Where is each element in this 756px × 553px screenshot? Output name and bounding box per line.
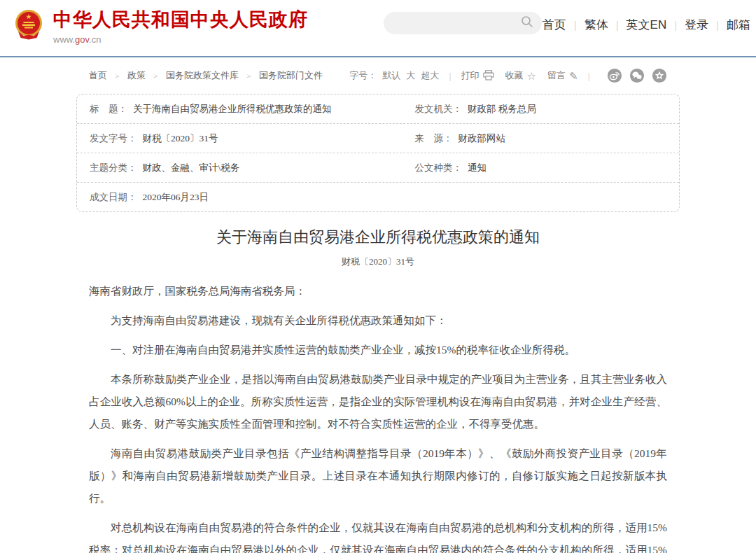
print-button[interactable]: 打印 <box>461 69 494 82</box>
breadcrumb-separator: ＞ <box>146 71 166 81</box>
article-paragraph: 为支持海南自由贸易港建设，现就有关企业所得税优惠政策通知如下： <box>89 309 667 332</box>
site-title: 中华人民共和国中央人民政府 <box>53 7 308 32</box>
national-emblem-icon <box>13 8 45 43</box>
font-size-label: 字号： <box>349 69 377 82</box>
document-meta-table: 标 题： 关于海南自由贸易港企业所得税优惠政策的通知 发文机关： 财政部 税务总… <box>76 94 680 212</box>
nav-english[interactable]: 英文EN <box>626 17 667 33</box>
article-body: 海南省财政厅，国家税务总局海南省税务局： 为支持海南自由贸易港建设，现就有关企业… <box>89 280 667 553</box>
site-url: www.gov.cn <box>53 34 308 45</box>
nav-divider: | <box>566 19 584 31</box>
meta-agency-value: 财政部 税务总局 <box>468 103 536 115</box>
table-row: 成文日期： 2020年06月23日 <box>77 183 679 211</box>
breadcrumb-department-docs[interactable]: 国务院部门文件 <box>259 69 323 82</box>
meta-date-value: 2020年06月23日 <box>143 191 209 204</box>
meta-source: 来 源： 财政部网站 <box>402 124 679 153</box>
meta-date-label: 成文日期： <box>90 191 137 204</box>
breadcrumb-policy[interactable]: 政策 <box>127 69 146 82</box>
breadcrumb-policy-library[interactable]: 国务院政策文件库 <box>166 69 239 82</box>
social-share <box>600 68 667 83</box>
article-paragraph: 对总机构设在海南自由贸易港的符合条件的企业，仅就其设在海南自由贸易港的总机构和分… <box>89 517 667 553</box>
site-header: 中华人民共和国中央人民政府 www.gov.cn 首页 | 繁体 | 英文EN … <box>0 0 756 57</box>
toolbar-actions: 打印 收藏 ☆ 留言 ✎ <box>461 69 578 82</box>
article-paragraph: 本条所称鼓励类产业企业，是指以海南自由贸易港鼓励类产业目录中规定的产业项目为主营… <box>89 368 667 435</box>
meta-source-label: 来 源： <box>414 132 452 145</box>
meta-date: 成文日期： 2020年06月23日 <box>77 183 402 211</box>
breadcrumb: 首页 ＞ 政策 ＞ 国务院政策文件库 ＞ 国务院部门文件 <box>89 69 323 82</box>
toolbar-divider: | <box>588 71 590 81</box>
meta-doctype-value: 通知 <box>468 162 486 174</box>
star-icon: ☆ <box>527 71 536 81</box>
meta-category: 主题分类： 财政、金融、审计\税务 <box>77 153 402 182</box>
qzone-star-icon[interactable] <box>652 68 667 83</box>
meta-number-value: 财税〔2020〕31号 <box>143 132 218 145</box>
font-size-large[interactable]: 大 <box>406 69 415 82</box>
meta-doctype: 公文种类： 通知 <box>402 153 679 182</box>
nav-traditional[interactable]: 繁体 <box>584 17 608 33</box>
meta-agency-label: 发文机关： <box>414 103 462 115</box>
meta-number: 发文字号： 财税〔2020〕31号 <box>77 124 402 153</box>
meta-title-value: 关于海南自由贸易港企业所得税优惠政策的通知 <box>133 103 332 115</box>
search-icon[interactable] <box>521 15 533 31</box>
meta-number-label: 发文字号： <box>90 132 137 145</box>
wechat-icon[interactable] <box>629 68 645 83</box>
document-article: 关于海南自由贸易港企业所得税优惠政策的通知 财税〔2020〕31号 海南省财政厅… <box>76 227 680 553</box>
font-size-default[interactable]: 默认 <box>382 69 400 82</box>
table-row: 主题分类： 财政、金融、审计\税务 公文种类： 通知 <box>77 153 679 183</box>
printer-icon <box>483 70 494 82</box>
meta-title: 标 题： 关于海南自由贸易港企业所得税优惠政策的通知 <box>77 94 402 123</box>
search-input[interactable] <box>392 18 521 29</box>
nav-home[interactable]: 首页 <box>542 17 566 33</box>
top-nav: 首页 | 繁体 | 英文EN | 登录 | 邮箱 <box>542 17 750 33</box>
nav-mail[interactable]: 邮箱 <box>727 17 750 33</box>
breadcrumb-home[interactable]: 首页 <box>89 69 107 82</box>
table-row: 标 题： 关于海南自由贸易港企业所得税优惠政策的通知 发文机关： 财政部 税务总… <box>77 94 679 124</box>
article-paragraph: 海南自由贸易港鼓励类产业目录包括《产业结构调整指导目录（2019年本）》、《鼓励… <box>89 442 667 510</box>
toolbar-divider: | <box>449 71 451 81</box>
pencil-icon: ✎ <box>569 71 578 81</box>
search-box[interactable] <box>384 12 542 34</box>
meta-agency: 发文机关： 财政部 税务总局 <box>402 94 679 123</box>
article-title: 关于海南自由贸易港企业所得税优惠政策的通知 <box>89 227 667 248</box>
article-doc-number: 财税〔2020〕31号 <box>89 255 667 268</box>
meta-title-label: 标 题： <box>90 103 127 115</box>
weibo-icon[interactable] <box>607 68 622 83</box>
page-toolbar: 首页 ＞ 政策 ＞ 国务院政策文件库 ＞ 国务院部门文件 字号： 默认 大 超大… <box>76 66 680 85</box>
table-row: 发文字号： 财税〔2020〕31号 来 源： 财政部网站 <box>77 124 679 153</box>
meta-source-value: 财政部网站 <box>458 132 505 145</box>
nav-login[interactable]: 登录 <box>685 17 708 33</box>
nav-divider: | <box>666 19 685 31</box>
nav-divider: | <box>608 19 626 31</box>
meta-category-value: 财政、金融、审计\税务 <box>143 162 240 174</box>
breadcrumb-separator: ＞ <box>239 71 259 81</box>
nav-divider: | <box>708 19 727 31</box>
breadcrumb-separator: ＞ <box>107 71 127 81</box>
favorite-button[interactable]: 收藏 ☆ <box>505 69 536 82</box>
font-size-control: 字号： 默认 大 超大 <box>349 69 439 82</box>
meta-category-label: 主题分类： <box>90 162 137 174</box>
site-logo[interactable]: 中华人民共和国中央人民政府 www.gov.cn <box>13 7 308 45</box>
font-size-xlarge[interactable]: 超大 <box>421 69 439 82</box>
article-paragraph: 海南省财政厅，国家税务总局海南省税务局： <box>89 280 667 302</box>
comment-button[interactable]: 留言 ✎ <box>547 69 578 82</box>
article-paragraph: 一、对注册在海南自由贸易港并实质性运营的鼓励类产业企业，减按15%的税率征收企业… <box>89 339 667 361</box>
meta-doctype-label: 公文种类： <box>414 162 462 174</box>
